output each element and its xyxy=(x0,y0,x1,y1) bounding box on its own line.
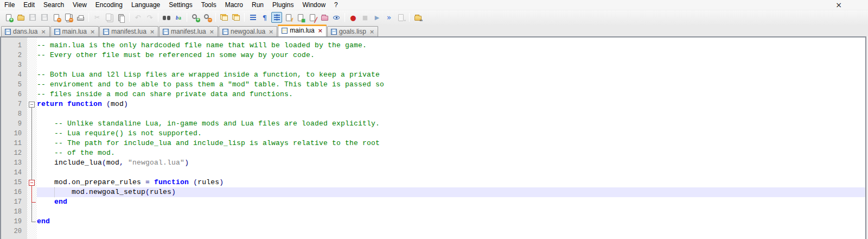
macro-run-multiple-icon[interactable]: » xyxy=(384,12,394,23)
line-number[interactable]: 5 xyxy=(1,80,27,90)
code-line-14[interactable] xyxy=(37,168,865,178)
code-line-3[interactable] xyxy=(37,60,865,70)
show-indent-guide-icon[interactable] xyxy=(271,12,282,23)
zoom-in-icon[interactable]: + xyxy=(190,12,201,23)
menu-item-window[interactable]: Window xyxy=(298,0,330,10)
macro-stop-icon[interactable]: ■ xyxy=(360,12,371,23)
print-icon[interactable] xyxy=(75,12,86,23)
fold-margin[interactable] xyxy=(27,37,37,239)
code-line-8[interactable] xyxy=(37,109,865,119)
code-line-10[interactable]: -- Lua require() is not supported. xyxy=(37,129,865,139)
tab-close-icon[interactable]: × xyxy=(150,28,155,35)
line-number[interactable]: 4 xyxy=(1,70,27,80)
doc-switcher-icon[interactable] xyxy=(319,12,330,23)
tab-main-lua-active[interactable]: main.lua× xyxy=(278,24,327,36)
code-line-18[interactable] xyxy=(37,207,865,217)
code-line-19[interactable]: end xyxy=(37,217,865,227)
menu-item-run[interactable]: Run xyxy=(247,0,268,10)
tab-close-icon[interactable]: × xyxy=(318,27,323,34)
close-all-icon[interactable]: – xyxy=(63,12,74,23)
tab-close-icon[interactable]: × xyxy=(269,28,273,35)
line-number[interactable]: 14 xyxy=(1,168,27,178)
tab-manifest-lua[interactable]: manifest.lua× xyxy=(99,26,158,36)
line-number[interactable]: 16 xyxy=(1,187,27,197)
word-wrap-icon[interactable] xyxy=(247,12,258,23)
line-number[interactable]: 6 xyxy=(1,90,27,99)
tab-goals-lisp[interactable]: goals.lisp× xyxy=(327,26,378,36)
code-line-6[interactable]: -- files inside a mod can share private … xyxy=(37,90,865,99)
window-close-icon[interactable]: × xyxy=(833,0,844,10)
menu-item-view[interactable]: View xyxy=(68,0,91,10)
code-line-17[interactable]: end xyxy=(37,197,865,207)
code-editor[interactable]: 1234567891011121314151617181920 -- main.… xyxy=(0,36,866,239)
open-file-icon[interactable] xyxy=(15,12,26,23)
line-number[interactable]: 9 xyxy=(1,119,27,129)
code-line-2[interactable]: -- Every other file must be referenced i… xyxy=(37,51,865,60)
save-all-icon[interactable] xyxy=(39,12,50,23)
paste-icon[interactable] xyxy=(116,12,126,23)
code-line-7[interactable]: return function (mod) xyxy=(37,99,865,109)
line-number[interactable]: 11 xyxy=(1,139,27,148)
find-icon[interactable] xyxy=(161,12,172,23)
code-line-20[interactable] xyxy=(37,227,865,236)
sync-horizontal-scroll-icon[interactable] xyxy=(231,12,241,23)
menu-item-search[interactable]: Search xyxy=(39,0,68,10)
tab-manifest-lua[interactable]: manifest.lua× xyxy=(159,26,218,36)
line-number[interactable]: 18 xyxy=(1,207,27,217)
line-number-gutter[interactable]: 1234567891011121314151617181920 xyxy=(1,37,27,239)
line-number[interactable]: 2 xyxy=(1,51,27,60)
line-number[interactable]: 7 xyxy=(1,99,27,109)
tab-close-icon[interactable]: × xyxy=(41,28,46,35)
monitoring-icon[interactable] xyxy=(331,12,342,23)
menu-item-file[interactable]: File xyxy=(0,0,19,10)
show-all-characters-icon[interactable]: ¶ xyxy=(259,12,270,23)
open-containing-folder-icon[interactable]: ∞ xyxy=(412,12,423,23)
new-file-icon[interactable]: + xyxy=(3,12,14,23)
menu-item-plugins[interactable]: Plugins xyxy=(268,0,298,10)
menu-item-encoding[interactable]: Encoding xyxy=(91,0,127,10)
user-defined-language-icon[interactable]: ▦ xyxy=(295,12,306,23)
copy-icon[interactable] xyxy=(104,12,114,23)
line-number[interactable]: 10 xyxy=(1,129,27,139)
zoom-out-icon[interactable]: – xyxy=(202,12,213,23)
tab-main-lua[interactable]: main.lua× xyxy=(50,26,99,36)
function-list-icon[interactable]: ƒ xyxy=(283,12,294,23)
replace-icon[interactable]: ba xyxy=(173,12,184,23)
code-line-1[interactable]: -- main.lua is the only hardcoded file n… xyxy=(37,41,865,51)
save-icon[interactable] xyxy=(27,12,38,23)
undo-icon[interactable]: ↶ xyxy=(132,12,143,23)
line-number[interactable]: 15 xyxy=(1,178,27,187)
code-line-5[interactable]: -- enviroment and to be able to pass the… xyxy=(37,80,865,90)
menu-item-[interactable]: ? xyxy=(330,0,342,10)
code-line-4[interactable]: -- Both Lua and l2l Lisp files are wrapp… xyxy=(37,70,865,80)
line-number[interactable]: 13 xyxy=(1,158,27,168)
menu-item-edit[interactable]: Edit xyxy=(19,0,39,10)
tab-newgoal-lua[interactable]: newgoal.lua× xyxy=(219,26,277,36)
code-line-13[interactable]: include_lua(mod, "newgoal.lua") xyxy=(37,158,865,168)
menu-item-tools[interactable]: Tools xyxy=(197,0,221,10)
code-line-9[interactable]: -- Unlike standaline Lua, in-game mods a… xyxy=(37,119,865,129)
document-map-icon[interactable]: ╱ xyxy=(307,12,318,23)
redo-icon[interactable]: ↷ xyxy=(144,12,155,23)
cut-icon[interactable]: ✂ xyxy=(92,12,103,23)
menu-item-settings[interactable]: Settings xyxy=(164,0,196,10)
line-number[interactable]: 19 xyxy=(1,217,27,227)
close-icon[interactable]: – xyxy=(51,12,62,23)
line-number[interactable]: 20 xyxy=(1,227,27,236)
line-number[interactable]: 17 xyxy=(1,197,27,207)
fold-collapse-icon[interactable] xyxy=(29,102,35,108)
code-line-15[interactable]: mod.on_prepare_rules = function (rules) xyxy=(37,178,865,187)
line-number[interactable]: 1 xyxy=(1,41,27,51)
code-line-16-current[interactable]: mod.newgoal_setup(rules) xyxy=(37,187,865,197)
tab-dans-lua[interactable]: dans.lua× xyxy=(1,26,50,36)
code-line-11[interactable]: -- The path for include_lua and include_… xyxy=(37,139,865,148)
macro-save-icon[interactable]: ▪ xyxy=(395,12,406,23)
code-text-area[interactable]: -- main.lua is the only hardcoded file n… xyxy=(37,37,865,239)
code-line-12[interactable]: -- of the mod. xyxy=(37,148,865,158)
sync-vertical-scroll-icon[interactable] xyxy=(219,12,229,23)
macro-record-icon[interactable]: ● xyxy=(348,12,359,23)
fold-collapse-icon[interactable] xyxy=(29,180,35,186)
menu-item-macro[interactable]: Macro xyxy=(221,0,247,10)
line-number[interactable]: 3 xyxy=(1,60,27,70)
tab-close-icon[interactable]: × xyxy=(369,28,374,35)
